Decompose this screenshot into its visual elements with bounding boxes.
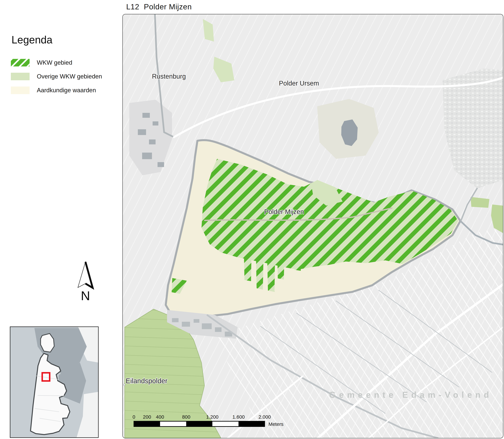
aardkundige-swatch-icon [11,86,30,94]
inset-map-canvas [10,327,98,437]
overige-wkw-swatch-icon [11,73,30,80]
scalebar-tick: 1.200 [206,414,219,420]
legend-item-wkw-gebied: WKW gebied [11,59,116,67]
scalebar-unit: Meters [268,421,283,427]
inset-overview-map [10,327,99,438]
scalebar-tick: 0 [133,414,135,420]
wkw-hatch-swatch-icon [11,59,30,66]
scalebar-segment [238,421,265,427]
north-label: N [81,289,90,302]
scalebar-segment [186,421,212,427]
scalebar-tick: 200 [143,414,151,420]
municipality-watermark: Gemeente Edam-Volend [329,390,492,400]
map-label-eilandspolder: Eilandspolder [126,377,167,385]
map-label-polder-mijzen: Polder Mijzen [264,208,304,215]
legend-item-label: Overige WKW gebieden [37,73,102,80]
map-document-page: L12 Polder Mijzen Legenda WKW gebied Ove… [0,0,504,439]
map-label-polder-ursem: Polder Ursem [279,80,319,87]
scalebar-tick: 400 [156,414,164,420]
legend-item-aardkundige-waarden: Aardkundige waarden [11,86,116,94]
map-canvas: Rustenburg Polder Ursem Polder Mijzen Ei… [123,14,503,438]
scalebar-tick: 2.000 [258,414,271,420]
map-label-rustenburg: Rustenburg [152,73,186,80]
legend-item-overige-wkw: Overige WKW gebieden [11,73,116,80]
north-arrow-icon: N [75,259,96,302]
north-arrow: N [75,259,96,302]
legend-item-label: Aardkundige waarden [37,87,96,94]
page-title: L12 Polder Mijzen [126,2,192,11]
scalebar-tick: 1.600 [232,414,245,420]
place-marker-icon [124,384,125,386]
legend: Legenda WKW gebied Overige WKW gebieden … [11,34,116,100]
scalebar-segment [134,421,160,427]
legend-heading: Legenda [12,34,116,46]
legend-item-label: WKW gebied [37,59,72,66]
main-map: Rustenburg Polder Ursem Polder Mijzen Ei… [122,14,503,438]
scalebar-tick: 800 [182,414,190,420]
